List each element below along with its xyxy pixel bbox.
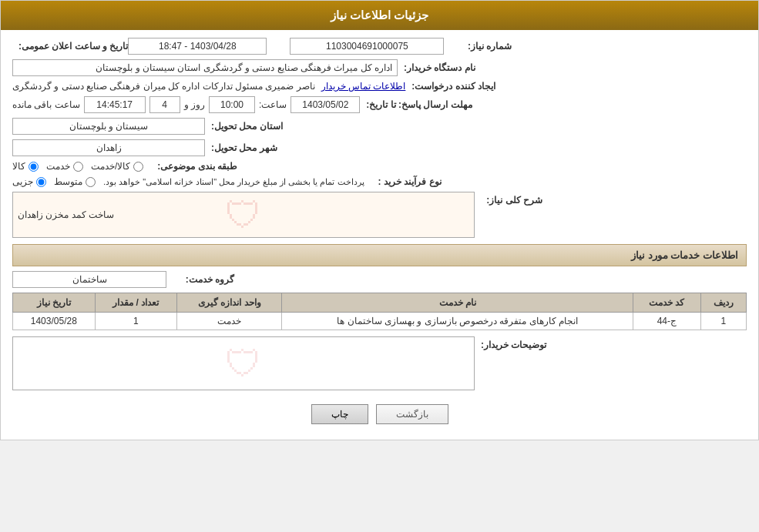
process-row: نوع فرآیند خرید : پرداخت تمام یا بخشی از… xyxy=(12,176,747,187)
remaining-value: 14:45:17 xyxy=(84,96,146,113)
process-radio-medium[interactable] xyxy=(86,177,96,187)
cell-code: ج-44 xyxy=(633,313,701,330)
send-date-value: 1403/05/02 xyxy=(291,96,360,113)
col-unit: واحد اندازه گیری xyxy=(177,293,282,313)
services-section-title: اطلاعات خدمات مورد نیاز xyxy=(12,244,747,266)
category-radio-kala[interactable] xyxy=(29,162,39,172)
send-deadline-row: مهلت ارسال پاسخ: تا تاریخ: 1403/05/02 سا… xyxy=(12,96,747,113)
category-radio-kala-khadamat[interactable] xyxy=(133,162,143,172)
cell-name: انجام کارهای متفرقه درخصوص بازسازی و بهس… xyxy=(282,313,633,330)
page-header: جزئیات اطلاعات نیاز xyxy=(1,1,758,30)
need-desc-row: شرح کلی نیاز: ساخت کمد مخزن زاهدان 🛡 xyxy=(12,192,747,238)
buyer-name-label: نام دستگاه خریدار: xyxy=(404,62,475,73)
back-button[interactable]: بازگشت xyxy=(376,404,448,424)
need-number-label: شماره نیاز: xyxy=(450,41,512,52)
announce-label: تاریخ و ساعت اعلان عمومی: xyxy=(18,41,128,52)
province-row: استان محل تحویل: سیستان و بلوچستان xyxy=(12,118,747,135)
city-value: زاهدان xyxy=(12,139,205,156)
process-label-partial: جزیی xyxy=(12,176,33,187)
category-label-kala: کالا xyxy=(12,161,25,172)
service-group-label: گروه خدمت: xyxy=(173,274,234,285)
announce-value: 1403/04/28 - 18:47 xyxy=(128,38,267,55)
page-title: جزئیات اطلاعات نیاز xyxy=(331,8,428,22)
buyer-name-row: نام دستگاه خریدار: اداره کل میراث فرهنگی… xyxy=(12,59,747,76)
creator-label: ایجاد کننده درخواست: xyxy=(411,81,495,92)
send-time-label: ساعت: xyxy=(259,99,287,110)
city-row: شهر محل تحویل: زاهدان xyxy=(12,139,747,156)
send-days-value: 4 xyxy=(149,96,180,113)
print-button[interactable]: چاپ xyxy=(311,404,368,424)
cell-row: 1 xyxy=(700,313,746,330)
service-group-value: ساختمان xyxy=(12,271,166,288)
service-group-row: گروه خدمت: ساختمان xyxy=(12,271,747,288)
creator-value: ناصر ضمیری مسئول تدارکات اداره کل میران … xyxy=(12,81,315,92)
send-date-label: مهلت ارسال پاسخ: تا تاریخ: xyxy=(366,99,472,110)
col-date: تاریخ نیاز xyxy=(13,293,96,313)
cell-qty: 1 xyxy=(95,313,176,330)
process-label-medium: متوسط xyxy=(54,176,82,187)
process-option-partial[interactable]: جزیی xyxy=(12,176,46,187)
need-number-value: 1103004691000075 xyxy=(290,38,444,55)
send-days-label: روز و xyxy=(184,99,205,110)
category-option-kala[interactable]: کالا xyxy=(12,161,39,172)
city-label: شهر محل تحویل: xyxy=(211,142,277,153)
process-label: نوع فرآیند خرید : xyxy=(378,176,442,187)
category-row: طبقه بندی موضوعی: کالا/خدمت خدمت کالا xyxy=(12,161,747,172)
category-radio-khadamat[interactable] xyxy=(73,162,83,172)
province-value: سیستان و بلوچستان xyxy=(12,118,205,135)
category-option-kala-khadamat[interactable]: کالا/خدمت xyxy=(91,161,143,172)
remaining-label: ساعت باقی مانده xyxy=(12,99,80,110)
col-code: کد خدمت xyxy=(633,293,701,313)
category-label: طبقه بندی موضوعی: xyxy=(157,161,237,172)
table-row: 1ج-44انجام کارهای متفرقه درخصوص بازسازی … xyxy=(13,313,747,330)
province-label: استان محل تحویل: xyxy=(211,121,283,132)
cell-date: 1403/05/28 xyxy=(13,313,96,330)
col-qty: تعداد / مقدار xyxy=(95,293,176,313)
col-row: ردیف xyxy=(700,293,746,313)
need-desc-value: ساخت کمد مخزن زاهدان xyxy=(18,209,114,220)
process-option-medium[interactable]: متوسط xyxy=(54,176,96,187)
need-number-row: شماره نیاز: 1103004691000075 1403/04/28 … xyxy=(12,38,747,55)
category-label-khadamat: خدمت xyxy=(46,161,70,172)
buyer-notes-row: توضیحات خریدار: 🛡 xyxy=(12,336,747,390)
process-note: پرداخت تمام یا بخشی از مبلغ خریدار محل "… xyxy=(103,177,364,187)
creator-row: ایجاد کننده درخواست: اطلاعات تماس خریدار… xyxy=(12,81,747,92)
buyer-notes-label: توضیحات خریدار: xyxy=(481,336,546,350)
buttons-row: بازگشت چاپ xyxy=(12,396,747,432)
services-table: ردیف کد خدمت نام خدمت واحد اندازه گیری ت… xyxy=(12,293,747,330)
col-name: نام خدمت xyxy=(282,293,633,313)
buyer-name-value: اداره کل میراث فرهنگی صنایع دستی و گردشگ… xyxy=(12,59,398,76)
cell-unit: خدمت xyxy=(177,313,282,330)
send-time-value: 10:00 xyxy=(209,96,255,113)
need-desc-label: شرح کلی نیاز: xyxy=(481,192,542,206)
contact-link[interactable]: اطلاعات تماس خریدار xyxy=(321,81,406,92)
category-label-kala-khadamat: کالا/خدمت xyxy=(91,161,130,172)
category-option-khadamat[interactable]: خدمت xyxy=(46,161,83,172)
process-radio-partial[interactable] xyxy=(36,177,46,187)
